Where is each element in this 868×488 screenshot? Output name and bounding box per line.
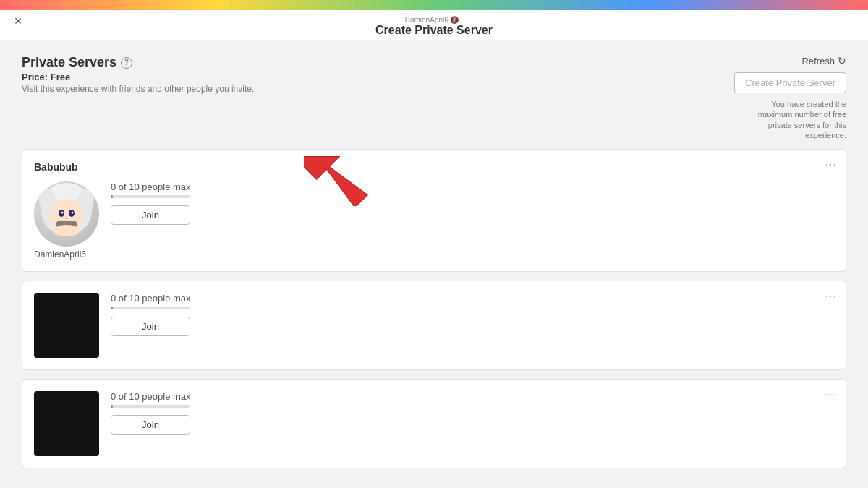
join-button[interactable]: Join bbox=[111, 415, 190, 435]
avatar bbox=[34, 181, 99, 247]
help-icon[interactable]: ? bbox=[121, 57, 132, 69]
svg-point-7 bbox=[61, 212, 64, 214]
join-button[interactable]: Join bbox=[111, 205, 190, 225]
game-label: DamienApril6 🔞+ bbox=[0, 16, 868, 24]
server-info: 0 of 10 people max Join bbox=[111, 293, 834, 336]
server-body: DamienApril6 0 of 10 people max Join bbox=[34, 181, 834, 260]
header-row: Private Servers ? Price: Free Visit this… bbox=[22, 55, 846, 140]
avatar-container bbox=[34, 391, 99, 456]
svg-point-9 bbox=[66, 218, 68, 219]
progress-bar bbox=[111, 405, 190, 408]
server-card: 0 of 10 people max Join ··· bbox=[22, 379, 846, 468]
people-count: 0 of 10 people max bbox=[111, 293, 834, 304]
progress-fill bbox=[111, 405, 113, 408]
create-private-server-button[interactable]: Create Private Server bbox=[734, 72, 846, 93]
server-card: 0 of 10 people max Join ··· bbox=[22, 281, 846, 370]
server-name: Babubub bbox=[34, 161, 834, 173]
progress-bar bbox=[111, 307, 190, 309]
refresh-button[interactable]: Refresh ↻ bbox=[801, 55, 846, 67]
server-list: Babubub bbox=[22, 149, 846, 468]
join-button[interactable]: Join bbox=[111, 317, 190, 336]
create-note: You have created the maximum number of f… bbox=[738, 99, 846, 140]
actions-area: Refresh ↻ Create Private Server You have… bbox=[734, 55, 846, 140]
page-title: Create Private Server bbox=[0, 24, 868, 37]
avatar-container: DamienApril6 bbox=[34, 181, 99, 260]
three-dots-menu[interactable]: ··· bbox=[825, 388, 837, 401]
price-text: Price: Free bbox=[22, 72, 254, 82]
progress-bar bbox=[111, 195, 190, 198]
server-info: 0 of 10 people max Join bbox=[111, 181, 834, 225]
progress-fill bbox=[111, 307, 113, 309]
section-title: Private Servers ? bbox=[22, 55, 254, 70]
avatar-placeholder bbox=[34, 391, 99, 456]
visit-text: Visit this experience with friends and o… bbox=[22, 84, 254, 94]
refresh-icon: ↻ bbox=[838, 55, 846, 67]
svg-point-11 bbox=[54, 225, 80, 236]
server-info: 0 of 10 people max Join bbox=[111, 391, 834, 435]
owner-name: DamienApril6 bbox=[34, 249, 99, 260]
avatar-container bbox=[34, 293, 99, 358]
three-dots-menu[interactable]: ··· bbox=[825, 158, 837, 171]
svg-point-8 bbox=[72, 212, 74, 214]
server-body: 0 of 10 people max Join bbox=[34, 293, 834, 358]
people-count: 0 of 10 people max bbox=[111, 391, 834, 402]
title-area: DamienApril6 🔞+ Create Private Server bbox=[0, 10, 868, 40]
progress-fill bbox=[111, 195, 113, 198]
people-count: 0 of 10 people max bbox=[111, 181, 834, 192]
main-content: Private Servers ? Price: Free Visit this… bbox=[0, 40, 868, 488]
avatar-placeholder bbox=[34, 293, 99, 358]
server-card: Babubub bbox=[22, 149, 846, 272]
section-info: Private Servers ? Price: Free Visit this… bbox=[22, 55, 254, 94]
server-body: 0 of 10 people max Join bbox=[34, 391, 834, 456]
close-button[interactable]: × bbox=[10, 13, 26, 29]
top-banner bbox=[0, 0, 868, 10]
three-dots-menu[interactable]: ··· bbox=[825, 290, 837, 303]
